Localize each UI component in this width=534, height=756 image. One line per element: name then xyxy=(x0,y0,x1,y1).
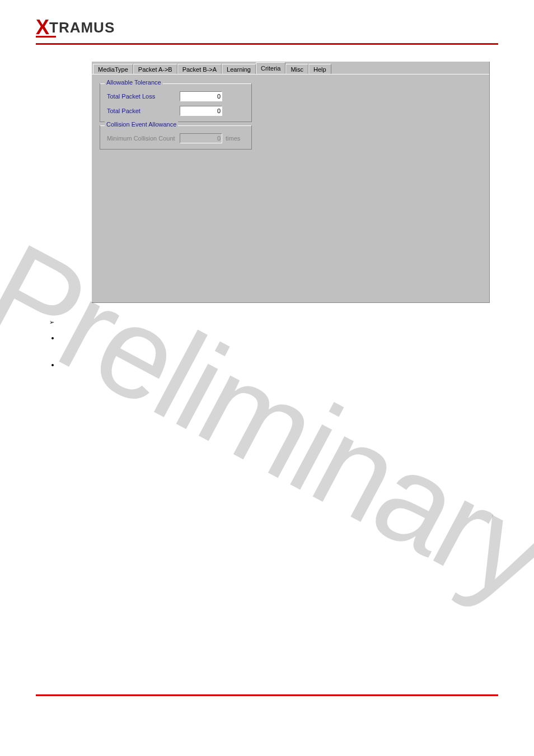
unit-times: times xyxy=(226,135,240,142)
list-item-text xyxy=(59,361,61,368)
tab-label: Packet A->B xyxy=(138,66,172,73)
tab-label: Learning xyxy=(227,66,251,73)
tab-criteria[interactable]: Criteria xyxy=(256,62,285,74)
tab-packet-ab[interactable]: Packet A->B xyxy=(133,64,177,74)
tab-packet-ba[interactable]: Packet B->A xyxy=(177,64,222,74)
group-collision-event-allowance: Collision Event Allowance Minimum Collis… xyxy=(100,125,252,150)
tab-label: Help xyxy=(313,66,326,73)
input-total-packet[interactable] xyxy=(180,106,222,116)
list-item xyxy=(59,334,498,342)
label-total-packet-loss: Total Packet Loss xyxy=(107,93,180,100)
input-minimum-collision-count xyxy=(180,133,222,143)
tab-label: MediaType xyxy=(98,66,128,73)
brand-logo: X TRAMUS xyxy=(36,16,498,39)
notes-section: ➢ xyxy=(49,318,498,368)
tab-learning[interactable]: Learning xyxy=(222,64,256,74)
group-title: Allowable Tolerance xyxy=(105,79,163,86)
tab-label: Criteria xyxy=(261,65,280,72)
group-allowable-tolerance: Allowable Tolerance Total Packet Loss To… xyxy=(100,83,252,122)
tab-mediatype[interactable]: MediaType xyxy=(93,64,133,74)
tab-strip: MediaType Packet A->B Packet B->A Learni… xyxy=(92,62,489,74)
list-item-text xyxy=(59,334,61,342)
dialog-panel: MediaType Packet A->B Packet B->A Learni… xyxy=(92,62,490,303)
logo-rest-letters: TRAMUS xyxy=(49,19,115,36)
tab-panel-criteria: Allowable Tolerance Total Packet Loss To… xyxy=(92,74,489,302)
tab-misc[interactable]: Misc xyxy=(285,64,308,74)
tab-help[interactable]: Help xyxy=(308,64,331,74)
input-total-packet-loss[interactable] xyxy=(180,91,222,101)
logo-x-letter: X xyxy=(36,16,49,39)
group-title: Collision Event Allowance xyxy=(105,121,178,128)
tab-label: Packet B->A xyxy=(182,66,217,73)
label-minimum-collision-count: Minimum Collision Count xyxy=(107,135,180,142)
label-total-packet: Total Packet xyxy=(107,108,180,114)
list-item xyxy=(59,361,498,368)
arrow-bullet-icon: ➢ xyxy=(49,319,57,326)
tab-label: Misc xyxy=(291,66,303,73)
